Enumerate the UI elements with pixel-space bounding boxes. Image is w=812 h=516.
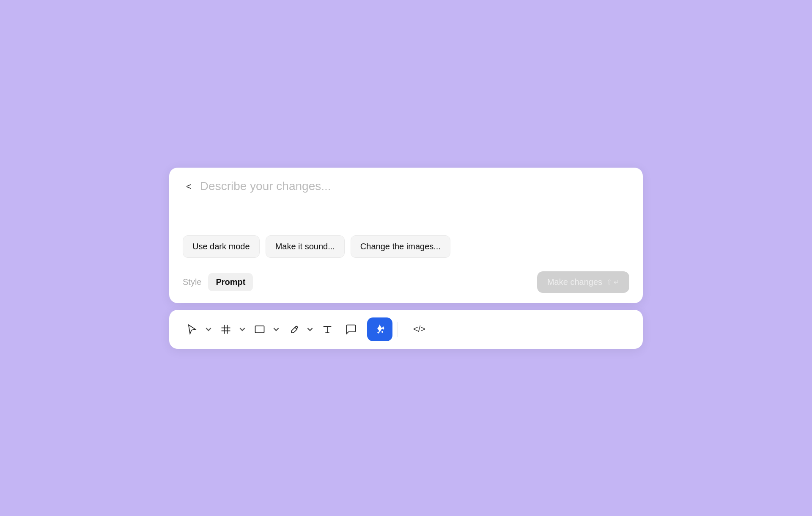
pen-tool-chevron[interactable]	[305, 323, 315, 336]
hash-icon	[220, 323, 232, 335]
prompt-badge[interactable]: Prompt	[208, 273, 253, 291]
select-tool-button[interactable]	[181, 319, 203, 339]
chevron-down-icon	[239, 326, 245, 332]
pen-tool-group	[283, 319, 315, 339]
frame-tool-group	[215, 319, 247, 339]
code-tool-button[interactable]: </>	[406, 320, 432, 338]
code-icon: </>	[413, 324, 425, 334]
cursor-icon	[186, 323, 198, 335]
frame-tool-chevron[interactable]	[238, 323, 247, 336]
describe-input[interactable]	[200, 179, 629, 193]
shift-icon: ⇧	[606, 278, 612, 286]
chevron-down-icon	[307, 326, 313, 332]
text-icon	[321, 323, 333, 335]
bottom-left: Style Prompt	[183, 273, 253, 291]
rectangle-icon	[254, 323, 266, 335]
text-tool-button[interactable]	[316, 319, 338, 339]
chip-sound[interactable]: Make it sound...	[266, 235, 345, 258]
ai-sparkle-icon: +	[373, 323, 387, 336]
main-container: < Use dark mode Make it sound... Change …	[169, 168, 643, 349]
shape-tool-button[interactable]	[249, 319, 271, 339]
select-tool-chevron[interactable]	[204, 323, 213, 336]
comment-tool-button[interactable]	[340, 319, 362, 339]
toolbar-card: + </>	[169, 310, 643, 349]
style-label: Style	[183, 277, 201, 287]
bottom-bar: Style Prompt Make changes ⇧ ↵	[183, 271, 629, 293]
top-card: < Use dark mode Make it sound... Change …	[169, 168, 643, 303]
input-row: <	[183, 179, 629, 193]
pen-icon	[288, 323, 299, 335]
make-changes-button[interactable]: Make changes ⇧ ↵	[537, 271, 629, 293]
shape-tool-group	[249, 319, 281, 339]
comment-icon	[345, 323, 357, 335]
ai-tool-button[interactable]: +	[367, 317, 392, 341]
make-changes-icons: ⇧ ↵	[606, 278, 619, 286]
svg-text:+: +	[377, 331, 379, 335]
svg-rect-4	[255, 326, 264, 332]
shape-tool-chevron[interactable]	[272, 323, 281, 336]
chevron-down-icon	[206, 326, 211, 332]
svg-point-5	[381, 331, 383, 333]
chip-dark-mode[interactable]: Use dark mode	[183, 235, 260, 258]
make-changes-label: Make changes	[547, 277, 602, 287]
toolbar-separator	[398, 322, 398, 337]
chip-images[interactable]: Change the images...	[351, 235, 450, 258]
frame-tool-button[interactable]	[215, 319, 237, 339]
chevron-down-icon	[273, 326, 279, 332]
pen-tool-button[interactable]	[283, 319, 304, 339]
suggestion-chips: Use dark mode Make it sound... Change th…	[183, 235, 629, 258]
enter-icon: ↵	[614, 278, 619, 286]
select-tool-group	[181, 319, 213, 339]
back-button[interactable]: <	[183, 180, 195, 193]
